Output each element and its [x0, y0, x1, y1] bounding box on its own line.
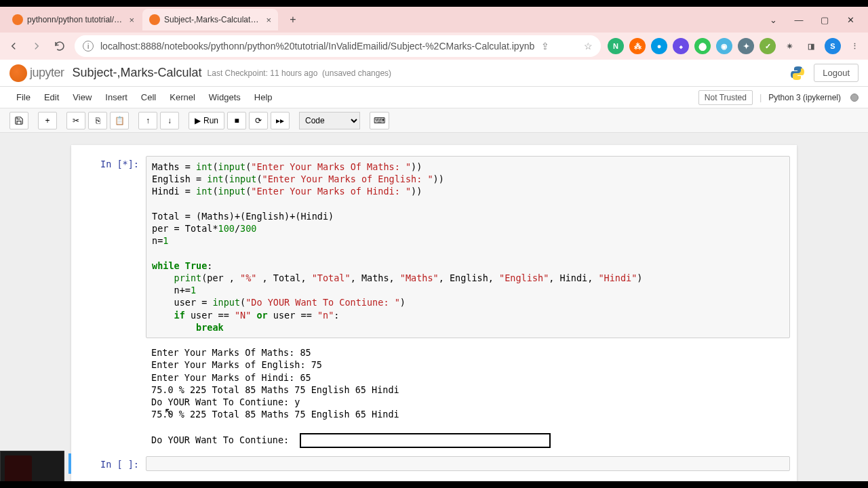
menu-kernel[interactable]: Kernel [163, 89, 202, 105]
menu-edit[interactable]: Edit [37, 89, 66, 105]
interrupt-button[interactable]: ■ [227, 112, 246, 129]
menu-file[interactable]: File [9, 89, 37, 105]
restart-button[interactable]: ⟳ [249, 112, 268, 129]
close-window-icon[interactable]: ✕ [844, 15, 857, 25]
logout-button[interactable]: Logout [814, 64, 859, 82]
menu-view[interactable]: View [66, 89, 98, 105]
python-logo-icon [789, 65, 806, 81]
new-tab-button[interactable]: + [283, 10, 302, 29]
kernel-indicator-icon [850, 94, 859, 102]
window-bottom-border [0, 481, 868, 488]
code-cell[interactable]: In [*]: Maths = int(input("Enter Your Ma… [71, 153, 797, 341]
close-tab-icon[interactable]: × [129, 15, 134, 25]
bookmark-star-icon[interactable]: ☆ [584, 41, 593, 52]
extension-icon[interactable]: ⬤ [694, 38, 711, 54]
jupyter-wordmark: jupyter [30, 66, 64, 80]
site-info-icon[interactable]: i [83, 41, 94, 52]
stdin-prompt-label: Do YOUR Want To Contiune: [151, 434, 294, 446]
command-palette-button[interactable]: ⌨ [370, 112, 389, 129]
menu-insert[interactable]: Insert [98, 89, 134, 105]
kernel-divider: | [760, 92, 762, 102]
jupyter-notebook-page: jupyter Subject-,Marks-Calculat Last Che… [0, 60, 868, 488]
extensions-area: N ⁂ ● ⬥ ⬤ ◉ ✦ ✓ ✴ ◨ S ⋮ [608, 38, 863, 54]
code-input-area[interactable]: Maths = int(input("Enter Your Marks Of M… [146, 156, 790, 338]
reload-button[interactable] [52, 38, 68, 54]
browser-toolbar: i localhost:8888/notebooks/pythonn/pytho… [0, 33, 868, 60]
empty-code-cell[interactable]: In [ ]: [68, 453, 797, 474]
jupyter-favicon-icon [149, 14, 160, 25]
maximize-icon[interactable]: ▢ [818, 15, 831, 25]
jupyter-favicon-icon [12, 14, 23, 25]
address-bar[interactable]: i localhost:8888/notebooks/pythonn/pytho… [75, 35, 601, 57]
puzzle-icon[interactable]: ✴ [781, 38, 797, 54]
browser-tab-0[interactable]: pythonn/python tutotrial/InValid × [5, 9, 141, 30]
forward-button[interactable] [28, 38, 45, 54]
run-button[interactable]: ▶ Run [189, 112, 224, 129]
kernel-name[interactable]: Python 3 (ipykernel) [768, 93, 841, 102]
save-button[interactable] [9, 112, 28, 129]
jupyter-header: jupyter Subject-,Marks-Calculat Last Che… [0, 60, 868, 87]
output-prompt [78, 344, 146, 451]
code-input-area[interactable] [146, 456, 790, 471]
move-down-button[interactable]: ↓ [160, 112, 179, 129]
extension-icon[interactable]: ✦ [738, 38, 754, 54]
share-icon[interactable]: ⇪ [541, 41, 549, 52]
cell-type-select[interactable]: Code [299, 112, 360, 129]
output-cell: Enter Your Marks Of Maths: 85 Enter Your… [71, 341, 797, 453]
jupyter-toolbar: + ✂ ⎘ 📋 ↑ ↓ ▶ Run ■ ⟳ ▸▸ Code ⌨ [0, 108, 868, 133]
profile-avatar[interactable]: S [825, 38, 841, 54]
tab-title: pythonn/python tutotrial/InValid [27, 15, 123, 24]
notebook-scroll-area[interactable]: In [*]: Maths = int(input("Enter Your Ma… [0, 133, 868, 488]
add-cell-button[interactable]: + [38, 112, 57, 129]
jupyter-planet-icon [9, 64, 27, 82]
not-trusted-button[interactable]: Not Trusted [698, 90, 753, 105]
notebook-container: In [*]: Maths = int(input("Enter Your Ma… [71, 145, 797, 487]
jupyter-menubar: File Edit View Insert Cell Kernel Widget… [0, 87, 868, 108]
extension-icon[interactable]: ⁂ [629, 38, 646, 54]
url-text: localhost:8888/notebooks/pythonn/python%… [100, 41, 534, 52]
back-button[interactable] [5, 38, 22, 54]
jupyter-logo[interactable]: jupyter [9, 64, 64, 82]
menu-cell[interactable]: Cell [134, 89, 163, 105]
stdin-prompt-row: Do YOUR Want To Contiune: [151, 433, 785, 448]
kebab-menu-icon[interactable]: ⋮ [846, 38, 863, 54]
extension-icon[interactable]: ◉ [716, 38, 732, 54]
paste-button[interactable]: 📋 [110, 112, 129, 129]
notebook-title[interactable]: Subject-,Marks-Calculat [73, 66, 202, 80]
copy-button[interactable]: ⎘ [88, 112, 107, 129]
menu-widgets[interactable]: Widgets [202, 89, 248, 105]
stdin-input[interactable] [300, 433, 551, 448]
move-up-button[interactable]: ↑ [138, 112, 157, 129]
output-text: Enter Your Marks Of Maths: 85 Enter Your… [151, 347, 399, 420]
tab-title: Subject-,Marks-Calculat - Jupyte [164, 15, 260, 24]
extension-icon[interactable]: N [608, 38, 624, 54]
close-tab-icon[interactable]: × [266, 15, 271, 25]
extension-icon[interactable]: ● [651, 38, 667, 54]
output-area: Enter Your Marks Of Maths: 85 Enter Your… [146, 344, 790, 451]
browser-tabstrip: pythonn/python tutotrial/InValid × Subje… [0, 7, 868, 33]
extension-icon[interactable]: ⬥ [673, 38, 689, 54]
chevron-down-icon[interactable]: ⌄ [766, 15, 780, 25]
side-panel-icon[interactable]: ◨ [803, 38, 819, 54]
browser-tab-1[interactable]: Subject-,Marks-Calculat - Jupyte × [142, 9, 278, 30]
extension-icon[interactable]: ✓ [760, 38, 776, 54]
input-prompt: In [ ]: [78, 456, 146, 471]
window-top-border [0, 0, 868, 7]
window-controls: ⌄ — ▢ ✕ [766, 15, 863, 25]
input-prompt: In [*]: [78, 156, 146, 338]
restart-run-all-button[interactable]: ▸▸ [271, 112, 290, 129]
menu-help[interactable]: Help [248, 89, 279, 105]
checkpoint-text: Last Checkpoint: 11 hours ago (unsaved c… [208, 68, 392, 78]
cut-button[interactable]: ✂ [66, 112, 85, 129]
minimize-icon[interactable]: — [792, 15, 806, 25]
